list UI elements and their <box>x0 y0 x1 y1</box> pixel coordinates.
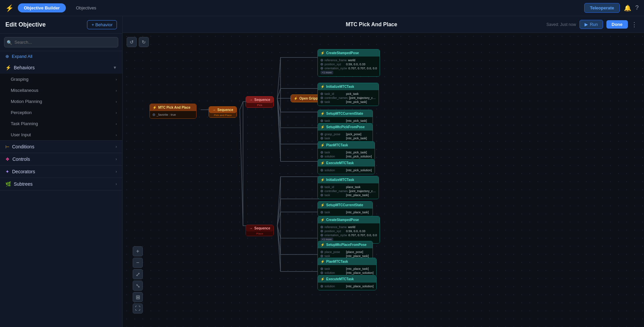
user-input-item[interactable]: User Input › <box>0 129 122 140</box>
done-button[interactable]: Done <box>606 20 628 29</box>
setup-current2-node[interactable]: ⚡ SetupMTCCurrentState task [mtc_place_t… <box>317 201 373 216</box>
create-stamped1-node[interactable]: ⚡ CreateStampedPose reference_frame worl… <box>317 49 380 77</box>
exec-mtc2-node[interactable]: ⚡ ExecuteMTCTask solution [mtc_place_sol… <box>317 275 377 290</box>
add-behavior-button[interactable]: + Behavior <box>87 20 117 29</box>
task-planning-item[interactable]: Task Planning › <box>0 118 122 129</box>
spl-port2 <box>320 255 323 257</box>
pm2-icon: ⚡ <box>320 260 325 263</box>
canvas-area: MTC Pick And Place Saved: Just now ▶ Run… <box>123 16 644 327</box>
subtrees-icon: 🌿 <box>5 181 11 187</box>
help-icon[interactable]: ? <box>635 4 639 11</box>
behaviors-sub-items: Grasping › Miscellaneous › Motion Planni… <box>0 74 122 140</box>
root-icon: ⚡ <box>153 106 157 109</box>
cs1-pos-val: 0.59, 0.0, 0.33 <box>346 63 366 66</box>
motion-planning-item[interactable]: Motion Planning › <box>0 96 122 107</box>
miscellaneous-label: Miscellaneous <box>11 88 38 93</box>
grid-view-button[interactable]: ⊞ <box>133 292 143 302</box>
compress-view-button[interactable]: ⤡ <box>133 281 143 291</box>
im2-tid-label: task_id <box>325 185 345 189</box>
nav-right: Teleoperate 🔔 ? <box>584 3 639 13</box>
conditions-section-header[interactable]: ⊢ Conditions › <box>0 141 122 153</box>
behaviors-section: ⚡ Behaviors ▼ Grasping › Miscellaneous ›… <box>0 62 122 141</box>
em2-label: ExecuteMTCTask <box>326 277 354 281</box>
setup-place-node[interactable]: ⚡ SetupMtcPlaceFromPose place_pose [plac… <box>317 241 373 260</box>
grasping-label: Grasping <box>11 77 29 82</box>
sequence3-node[interactable]: → Sequence Place <box>246 225 274 236</box>
zoom-in-button[interactable]: + <box>133 246 143 256</box>
im2-cn-label: controller_names <box>325 189 348 193</box>
objectives-tab[interactable]: Objectives <box>70 3 102 12</box>
zoom-out-button[interactable]: − <box>133 258 143 268</box>
run-button[interactable]: ▶ Run <box>579 20 603 29</box>
grasping-item[interactable]: Grasping › <box>0 74 122 85</box>
undo-button[interactable]: ↺ <box>127 37 137 47</box>
em1-port1 <box>320 169 323 172</box>
conditions-icon: ⊢ <box>5 144 9 149</box>
sequence1-node[interactable]: → Sequence Pick and Place <box>209 106 237 118</box>
decorators-label: Decorators <box>12 169 35 174</box>
behaviors-section-header[interactable]: ⚡ Behaviors ▼ <box>0 62 122 74</box>
plan-mtc2-node[interactable]: ⚡ PlanMTCTask task [mtc_place_task] solu… <box>317 258 377 277</box>
exec-mtc1-node[interactable]: ⚡ ExecuteMTCTask solution [mtc_pick_solu… <box>317 159 375 174</box>
perception-chevron: › <box>116 111 117 115</box>
controls-section-header[interactable]: ❖ Controls › <box>0 153 122 165</box>
cs2-more: +1 more <box>320 238 333 241</box>
im2-cn-val: [joint_trajectory_co... <box>349 189 376 193</box>
fit-view-button[interactable]: ⛶ <box>133 303 143 314</box>
pm1-port1 <box>320 151 323 154</box>
im2-port3 <box>320 194 323 196</box>
miscellaneous-item[interactable]: Miscellaneous › <box>0 85 122 96</box>
seq1-sublabel: Pick and Place <box>209 113 237 117</box>
zoom-controls: + − ⤢ ⤡ ⊞ ⛶ <box>133 246 143 314</box>
open-gripper-node[interactable]: ⚡ Open Gripper ✕ <box>291 95 329 102</box>
sp-icon: ⚡ <box>320 125 325 129</box>
task-planning-chevron: › <box>116 122 117 126</box>
im1-label: InitializeMTCTask <box>326 85 354 88</box>
em1-sol-label: solution <box>325 169 345 172</box>
sc2-label: SetupMTCCurrentState <box>326 203 363 207</box>
saved-status: Saved: Just now <box>547 22 576 27</box>
notification-icon[interactable]: 🔔 <box>624 4 631 12</box>
miscellaneous-chevron: › <box>116 88 117 93</box>
pm2-label: PlanMTCTask <box>326 260 348 263</box>
decorators-section-header[interactable]: ✦ Decorators › <box>0 166 122 178</box>
sc2-task-label: task <box>325 211 345 214</box>
sequence2-node[interactable]: → Sequence Pick <box>246 96 274 108</box>
expand-view-button[interactable]: ⤢ <box>133 269 143 279</box>
sp-label: SetupMtcPickFromPose <box>326 125 364 129</box>
run-label: Run <box>590 22 598 27</box>
sp-port1 <box>320 133 323 136</box>
pm2-port2 <box>320 271 323 274</box>
root-port <box>153 113 155 116</box>
seq2-sublabel: Pick <box>246 103 273 107</box>
spl-pp-val: [place_pose] <box>346 250 363 254</box>
init-mtc2-node[interactable]: ⚡ InitializeMTCTask task_id place_task c… <box>317 176 379 199</box>
spl-icon: ⚡ <box>320 243 325 247</box>
pm2-sol-label: solution <box>325 271 345 275</box>
root-tag: _favorite : true <box>157 113 176 116</box>
redo-button[interactable]: ↻ <box>139 37 149 47</box>
behaviors-chevron: ▼ <box>113 65 117 70</box>
plan-mtc1-node[interactable]: ⚡ PlanMTCTask task [mtc_pick_task] solut… <box>317 141 375 160</box>
objective-builder-tab[interactable]: Objective Builder <box>18 3 66 12</box>
expand-all-icon: ⊕ <box>5 54 9 59</box>
nav-left: ⚡ Objective Builder Objectives <box>5 3 102 12</box>
og-close-icon[interactable]: ✕ <box>324 97 326 100</box>
controls-chevron: › <box>116 157 117 161</box>
subtrees-section-header[interactable]: 🌿 Subtrees › <box>0 178 122 190</box>
root-node[interactable]: ⚡ MTC Pick And Place _favorite : true <box>149 104 197 119</box>
setup-pick-node[interactable]: ⚡ SetupMtcPickFromPose grasp_pose [pick_… <box>317 123 373 142</box>
create-stamped2-node[interactable]: ⚡ CreateStampedPose reference_frame worl… <box>317 216 380 244</box>
perception-item[interactable]: Perception › <box>0 107 122 118</box>
controls-section: ❖ Controls › <box>0 153 122 166</box>
im2-tid-val: place_task <box>346 185 360 189</box>
teleoperate-button[interactable]: Teleoperate <box>584 3 620 13</box>
more-options-button[interactable]: ⋮ <box>631 21 637 28</box>
setup-current1-node[interactable]: ⚡ SetupMTCCurrentState task [mtc_pick_ta… <box>317 110 373 125</box>
perception-label: Perception <box>11 110 32 115</box>
logo-icon[interactable]: ⚡ <box>5 4 14 12</box>
subtrees-chevron: › <box>116 182 117 186</box>
expand-all-row[interactable]: ⊕ Expand All <box>0 51 122 62</box>
search-icon: 🔍 <box>7 40 12 45</box>
search-input[interactable] <box>4 37 118 47</box>
